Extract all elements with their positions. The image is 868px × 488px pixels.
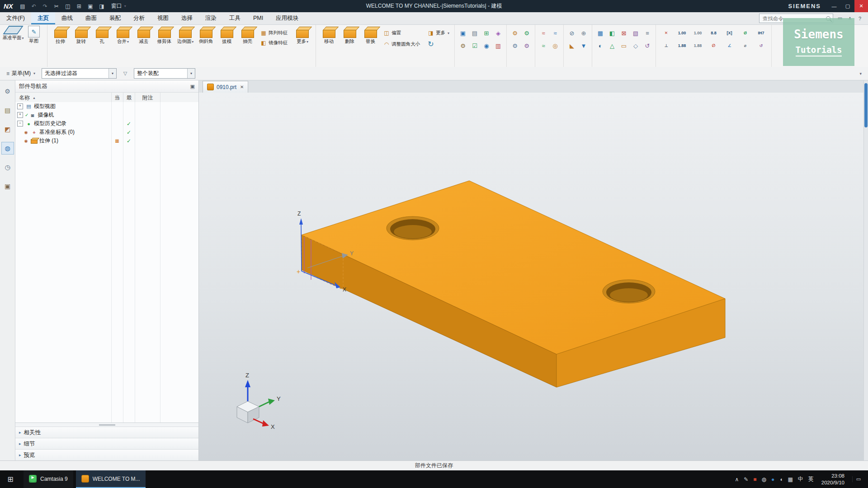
toolbox-icon[interactable]: ≈ — [550, 28, 561, 38]
expander-icon[interactable]: + — [17, 112, 23, 118]
resource-bar-icon[interactable]: ◍ — [1, 142, 14, 155]
expander-icon[interactable]: ◉ — [24, 139, 28, 143]
ribbon-button[interactable]: 抽壳 — [237, 24, 258, 60]
node-label[interactable]: 模型视图 — [34, 103, 56, 110]
toolbox-icon[interactable]: ⊕ — [578, 28, 589, 38]
toolbox-icon[interactable]: ⚙ — [509, 28, 520, 38]
window-control-button[interactable]: ▢ — [841, 0, 854, 12]
toolbox-icon[interactable]: [X] — [722, 28, 737, 38]
close-icon[interactable]: ✕ — [240, 84, 244, 89]
taskbar-app-button[interactable]: WELCOME TO M... — [76, 470, 146, 488]
ribbon-button[interactable]: 移动 — [319, 24, 340, 60]
ribbon-tab[interactable]: 渲染 — [199, 12, 223, 24]
menu-button[interactable]: ≡ 菜单(M) ▾ — [4, 68, 38, 79]
resource-bar-icon[interactable]: ◩ — [1, 123, 14, 136]
current-cell[interactable] — [111, 128, 123, 136]
window-control-button[interactable]: ✕ — [854, 0, 868, 12]
tree-row[interactable]: + ✓ ◙ 摄像机 — [15, 111, 198, 119]
ribbon-tab[interactable]: 文件(F) — [0, 12, 31, 24]
toolbox-icon[interactable]: ≈ — [538, 40, 549, 51]
tray-icon[interactable]: ∧ — [735, 475, 739, 483]
expander-icon[interactable]: − — [17, 121, 23, 127]
toolbox-icon[interactable]: ⊞ — [481, 28, 492, 38]
toolbox-icon[interactable]: 1.88 — [690, 40, 705, 51]
latest-check-cell[interactable] — [123, 111, 135, 119]
quick-access-icon[interactable]: ↷ — [40, 2, 50, 11]
ribbon-button[interactable]: 基准平面▾ — [3, 24, 24, 60]
tree-row[interactable]: + ▤ 模型视图 — [15, 102, 198, 111]
toolbox-icon[interactable]: ◇ — [630, 40, 641, 51]
ribbon-tab[interactable]: 工具 — [223, 12, 247, 24]
latest-check-cell[interactable]: ✓ — [123, 136, 135, 145]
toolbox-icon[interactable]: ▤ — [469, 28, 480, 38]
toolbox-icon[interactable]: ◈ — [493, 28, 504, 38]
toolbox-icon[interactable]: ≡ — [642, 28, 653, 38]
toolbox-icon[interactable]: ✕ — [659, 28, 674, 38]
column-header-comment[interactable]: 附注 — [135, 93, 160, 103]
toolbox-icon[interactable]: ⚙ — [458, 40, 468, 51]
selection-bar-overflow-chevron[interactable]: ▾ — [859, 71, 862, 76]
node-label[interactable]: 拉伸 (1) — [39, 137, 58, 145]
quick-access-icon[interactable]: ↶ — [29, 2, 39, 11]
toolbox-icon[interactable]: ⊘ — [566, 28, 577, 38]
toolbox-icon[interactable]: 1.88 — [675, 40, 689, 51]
ribbon-button[interactable]: 减去 — [133, 24, 154, 60]
quick-access-icon[interactable]: ◫ — [63, 2, 73, 11]
ribbon-button[interactable]: 拉伸 — [50, 24, 71, 60]
ribbon-button[interactable]: 替换 — [360, 24, 381, 60]
ribbon-aux-button[interactable]: ? — [855, 14, 864, 23]
toolbox-icon[interactable]: ▦ — [595, 28, 606, 38]
node-label[interactable]: 模型历史记录 — [34, 120, 66, 127]
ribbon-tab[interactable]: 应用模块 — [269, 12, 305, 24]
selection-filter-combo[interactable]: 无选择过滤器 ▾ — [42, 68, 117, 79]
ribbon-button[interactable]: ✎ 草图 — [24, 24, 44, 60]
ribbon-tab[interactable]: 曲面 — [79, 12, 103, 24]
ribbon-button-small[interactable]: ◧ 镜像特征 — [260, 40, 290, 46]
current-cell[interactable]: ▦ — [111, 136, 123, 145]
more-button[interactable]: 更多▾ — [292, 24, 313, 60]
panel-splitter[interactable] — [15, 423, 198, 427]
column-header-latest[interactable]: 最 — [123, 93, 135, 103]
toolbox-icon[interactable]: ∠ — [722, 40, 737, 51]
ribbon-aux-button[interactable]: ▭ — [835, 14, 844, 23]
model-canvas[interactable]: Z X Y + Z Y X — [199, 93, 863, 460]
tree-row[interactable]: − ● 模型历史记录 ✓ — [15, 119, 198, 128]
tray-icon[interactable]: 中 — [798, 475, 803, 483]
ribbon-tab[interactable]: PMI — [247, 12, 269, 24]
node-label[interactable]: 摄像机 — [38, 111, 54, 119]
ribbon-tab[interactable]: 主页 — [31, 12, 55, 24]
search-icon[interactable] — [826, 16, 830, 21]
ribbon-button-small[interactable]: ◠ 调整圆角大小 — [383, 40, 422, 48]
latest-check-cell[interactable]: ✓ — [123, 119, 135, 128]
quick-access-icon[interactable]: ✂ — [52, 2, 61, 11]
view-triad[interactable]: Z Y X — [237, 372, 281, 430]
tray-icon[interactable]: 英 — [808, 475, 814, 483]
toolbox-icon[interactable]: ◣ — [566, 40, 577, 51]
latest-check-cell[interactable] — [123, 102, 135, 111]
toolbox-icon[interactable]: Ø — [738, 28, 753, 38]
navigator-section[interactable]: ▸ 相关性 — [15, 427, 198, 438]
tree-row[interactable]: ◉ 拉伸 (1) ▦ ✓ — [15, 136, 198, 145]
toolbox-icon[interactable]: ▭ — [618, 40, 629, 51]
ribbon-tab[interactable]: 选择 — [175, 12, 199, 24]
document-tab[interactable]: 0910.prt ✕ — [203, 81, 248, 93]
chevron-down-icon[interactable]: ▾ — [108, 69, 116, 78]
toolbox-icon[interactable]: ↺ — [754, 40, 769, 51]
3d-scene[interactable]: Z X Y + Z Y X — [199, 93, 863, 460]
start-button[interactable]: ⊞ — [0, 470, 21, 488]
resource-bar-icon[interactable]: ◷ — [1, 161, 14, 174]
column-header-current[interactable]: 当 — [111, 93, 123, 103]
quick-access-icon[interactable]: ⊞ — [74, 2, 84, 11]
tree-row[interactable]: ◉ + 基准坐标系 (0) ✓ — [15, 128, 198, 136]
scrollbar-thumb[interactable] — [864, 83, 868, 127]
toolbox-icon[interactable]: △ — [607, 40, 618, 51]
toolbox-icon[interactable]: ◐ — [595, 40, 606, 51]
toolbox-icon[interactable]: 8.8 — [706, 28, 721, 38]
ribbon-button[interactable]: 倒斜角 — [196, 24, 217, 60]
quick-access-icon[interactable]: ▣ — [85, 2, 95, 11]
navigator-section[interactable]: ▸ 预览 — [15, 449, 198, 460]
toolbox-icon[interactable]: ⊠ — [618, 28, 629, 38]
ribbon-aux-button[interactable]: ∧ — [845, 14, 854, 23]
toolbox-icon[interactable]: ⚙ — [521, 40, 532, 51]
ribbon-tab[interactable]: 分析 — [127, 12, 151, 24]
